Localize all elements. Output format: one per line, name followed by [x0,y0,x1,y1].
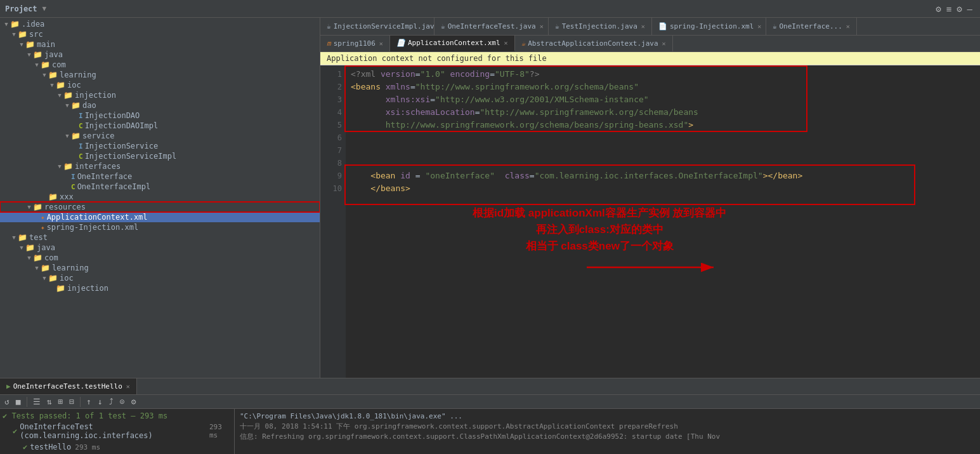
tree-item[interactable]: ▼📁 ioc [0,80,320,90]
tab2-close-button[interactable]: ✕ [662,40,666,47]
minimize-icon[interactable]: — [967,4,972,14]
editor-tab[interactable]: ☕OneInterfaceTest.java✕ [434,18,549,35]
tree-view-icon[interactable]: ☰ [31,396,42,407]
tree-arrow: ▼ [33,265,41,271]
tab-close-button[interactable]: ✕ [846,23,850,30]
tree-item[interactable]: ▼📁 service [0,131,320,141]
tree-arrow: ▼ [18,41,25,48]
tree-item[interactable]: ✦ ApplicationContext.xml [0,212,320,222]
bottom-tab-run[interactable]: ▶ OneInterfaceTest.testHello ✕ [0,378,137,394]
expand-icon[interactable]: ⊞ [56,396,65,407]
bottom-split: ✔ Tests passed: 1 of 1 test – 293 ms ✔ O… [0,409,980,454]
tree-item[interactable]: ▼📁 com [0,60,320,70]
sidebar: ▼📁 .idea▼📁 src▼📁 main▼📁 java▼📁 com▼📁 lea… [0,18,320,378]
tab-file-icon: ☕ [441,22,445,30]
stop-icon[interactable]: ■ [14,396,23,407]
tree-item[interactable]: I InjectionDAO [0,110,320,121]
line-number: 2 [320,81,342,93]
line-numbers: 12345678910 [320,65,346,378]
tree-item[interactable]: ✦ spring-Injection.xml [0,222,320,232]
tree-icon: 📁 [18,30,27,39]
tab-close-button[interactable]: ✕ [757,23,761,30]
collapse-icon[interactable]: ⊟ [67,396,76,407]
down-icon[interactable]: ↓ [96,396,105,407]
editor-tab[interactable]: ☕InjectionServiceImpl.java✕ [320,18,434,35]
line-number: 5 [320,119,342,131]
settings2-icon[interactable]: ⚙ [129,396,138,407]
filter-icon[interactable]: ⊙ [118,396,127,407]
tree-item[interactable]: ▼📁 learning [0,263,320,273]
tree-icon: 📁 [56,81,65,90]
tree-item[interactable]: ▼📁 com [0,253,320,263]
editor-tab-2[interactable]: ☕AbstractApplicationContext.java✕ [515,36,673,51]
tree-label: test [29,233,48,242]
rerun-icon[interactable]: ↺ [3,396,11,407]
gear-icon[interactable]: ⚙ [957,4,962,14]
tab2-close-button[interactable]: ✕ [504,39,508,46]
tree-icon: C [79,152,83,161]
editor-tab[interactable]: ☕OneInterface...✕ [766,18,857,35]
tab-label: spring-Injection.xml [670,22,754,30]
tree-label: InjectionDAO [85,111,140,120]
editor-tab[interactable]: ☕TestInjection.java✕ [549,18,652,35]
code-editor[interactable]: 12345678910 <?xml version="1.0" encoding… [320,65,980,378]
tab-close-button[interactable]: ✕ [540,23,544,30]
tree-icon: 📁 [18,233,27,242]
export-icon[interactable]: ⤴ [107,396,115,407]
tree-item[interactable]: C InjectionServiceImpl [0,151,320,161]
tree-icon: 📁 [41,264,50,272]
tree-item[interactable]: ▼📁 dao [0,100,320,110]
settings-icon[interactable]: ⚙ [936,4,941,14]
line-number: 4 [320,106,342,119]
tree-label: injection [67,284,108,293]
tab2-label: ApplicationContext.xml [408,39,500,47]
tab-file-icon: ☕ [327,22,331,30]
tree-icon: 📁 [71,131,81,140]
tree-item[interactable]: ▼📁 injection [0,90,320,100]
tree-item[interactable]: ▼📁 src [0,29,320,39]
tree-item[interactable]: ▼📁 learning [0,70,320,80]
bottom-tab-close[interactable]: ✕ [126,383,130,390]
toolbar-dropdown-icon[interactable]: ▼ [42,4,47,13]
tree-label: InjectionService [85,142,159,150]
tree-icon: ✦ [41,213,45,222]
tree-arrow: ▼ [18,244,25,251]
tab-close-button[interactable]: ✕ [641,23,645,30]
up-icon[interactable]: ↑ [84,396,93,407]
bottom-tab-label: OneInterfaceTest.testHello [13,382,122,391]
test-method-item[interactable]: ✔ testHello 293 ms [23,442,232,452]
tree-label: com [52,60,66,69]
tree-item[interactable]: ▼📁 interfaces [0,161,320,171]
tab2-close-button[interactable]: ✕ [379,40,383,47]
tree-item[interactable]: 📁 xxx [0,192,320,202]
tree-item[interactable]: I OneInterface [0,171,320,182]
tree-item[interactable]: ▼📁 java [0,243,320,253]
tree-item[interactable]: ▼📁 java [0,50,320,60]
tree-item[interactable]: ▼📁 ioc [0,273,320,283]
tree-item[interactable]: ▼📁 test [0,232,320,243]
tree-label: spring-Injection.xml [47,223,139,232]
code-line: xmlns:xsi="http://www.w3.org/2001/XMLSch… [351,93,975,106]
tree-item[interactable]: ▼📁 main [0,39,320,50]
tree-item[interactable]: C InjectionDAOImpl [0,121,320,131]
tree-icon: 📁 [48,192,58,201]
sort-icon[interactable]: ⇅ [45,396,54,407]
editor-tab[interactable]: 📄spring-Injection.xml✕ [652,18,766,35]
tree-icon: 📁 [10,20,20,29]
tree-arrow: ▼ [48,82,56,88]
test-class-time: 293 ms [209,423,232,439]
annotation-line2: 再注入到class:对应的类中 [473,222,726,238]
tree-item[interactable]: ▼📁 .idea [0,19,320,29]
tree-item[interactable]: I InjectionService [0,141,320,151]
bottom-tab-bar: ▶ OneInterfaceTest.testHello ✕ [0,378,980,395]
tab-label: TestInjection.java [562,22,637,30]
editor-tab-2[interactable]: 📄ApplicationContext.xml✕ [390,36,515,51]
editor-tab-2[interactable]: mspring1106✕ [320,36,390,51]
layout-icon[interactable]: ≡ [946,4,951,14]
tree-item[interactable]: C OneInterfaceImpl [0,182,320,192]
test-class-item[interactable]: ✔ OneInterfaceTest (com.learning.ioc.int… [13,422,232,441]
tree-label: resources [44,203,86,211]
project-label: Project [5,4,37,13]
tree-item[interactable]: 📁 injection [0,283,320,293]
tree-item[interactable]: ▼📁 resources [0,202,320,212]
